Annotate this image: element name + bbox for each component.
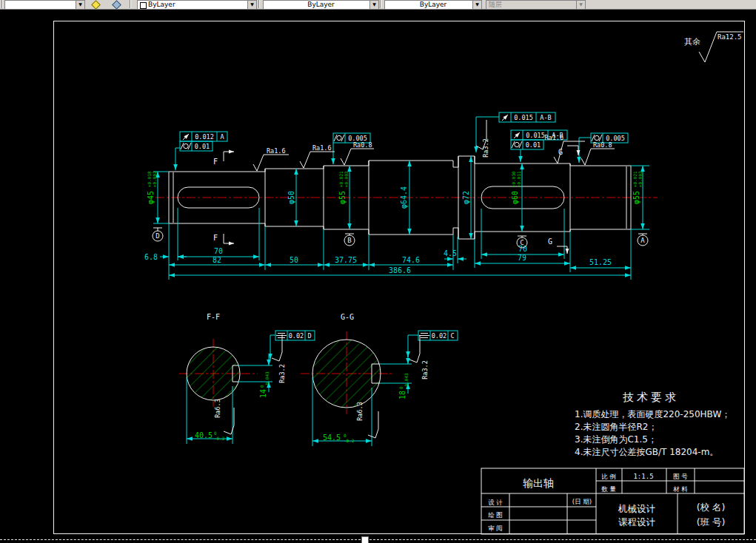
runout-icon [183, 134, 189, 140]
fcf-f7-ref: C [450, 332, 454, 340]
dim-d50: φ50 [287, 191, 295, 204]
quantity-label: 数 量 [601, 485, 616, 493]
autocad-window: ▼ ByLayer ▼ ByLayer ▼ ByLayer ▼ 随层 ▼ [0, 0, 756, 543]
class-number: (班 号) [697, 516, 726, 527]
dim-d64: φ64.4 [400, 186, 408, 209]
tech-line-2: 2.未注圆角半径R2； [575, 422, 657, 432]
dim-d60-lo: +0.011 [516, 171, 521, 187]
course-line-1: 机械设计 [618, 503, 656, 514]
selection-marquee-line [0, 539, 756, 540]
section-mark-f-top: F [213, 158, 218, 166]
technical-requirements: 技术要求 1.调质处理，表面硬度220-250HBW； 2.未注圆角半径R2； … [575, 391, 730, 457]
cylindricity-icon [592, 135, 602, 141]
datum-a: A [640, 237, 645, 244]
dim-d55b-lo: +0.002 [638, 171, 643, 187]
scale-label: 比 例 [601, 473, 616, 480]
part-name: 输出轴 [523, 477, 554, 489]
symmetry-icon [276, 334, 287, 338]
ff-key-dim: 14 [259, 389, 267, 398]
fcf-f1-ref: A [220, 133, 224, 141]
roughness-icon [272, 334, 282, 361]
roughness-r1: Ra1.6 [267, 147, 286, 155]
gg-title: G-G [341, 313, 354, 321]
drawing-canvas: 其余 Ra12.5 [0, 0, 756, 543]
design-label: 设 计 [488, 499, 503, 506]
gg-key-dim: 18 [398, 391, 407, 399]
gg-roughness-bottom: Ra6.3 [356, 402, 364, 421]
dim-d55b-hi: +0.021 [632, 171, 638, 187]
dim-82: 82 [213, 256, 221, 264]
cylindricity-icon [334, 135, 344, 141]
fcf-f1-val: 0.012 [195, 133, 214, 141]
gg-section-circle [312, 340, 381, 408]
fcf-f3-ref: A-B [540, 114, 551, 121]
general-roughness-prefix: 其余 [684, 37, 700, 47]
gg-width-lo: -0.2 [344, 438, 355, 443]
feature-control-frames: 0.012 A 0.01 0.005 0.015 A-B 0.015 A-B 0… [180, 112, 628, 340]
figure-number-label: 图 号 [673, 473, 688, 480]
dim-50: 50 [290, 256, 298, 264]
section-mark-g-bottom: G [548, 237, 552, 246]
ff-section-circle [187, 347, 240, 400]
runout-icon [514, 132, 520, 138]
dim-d60: φ60 [511, 191, 519, 204]
dim-d55a: φ55 [338, 191, 347, 204]
roughness-icon [581, 149, 615, 165]
fcf-f7-val: 0.02 [432, 332, 446, 340]
course-line-2: 课程设计 [618, 516, 656, 527]
general-roughness-note: 其余 Ra12.5 [684, 32, 743, 62]
symmetry-icon [419, 334, 429, 338]
roughness-r2: Ra1.6 [312, 144, 332, 152]
fcf-f4b-val: 0.01 [526, 141, 541, 149]
roughness-icon [368, 411, 378, 438]
ff-roughness-side: Ra3.2 [278, 364, 286, 383]
dimension-texts: φ50 φ64.4 φ72 6.8 70 70 4.5 82 50 37.75 … [144, 186, 612, 274]
roughness-r3: Ra0.8 [353, 141, 372, 149]
runout-icon [502, 115, 508, 121]
draw-label: 绘 图 [488, 511, 503, 519]
tech-title: 技术要求 [623, 391, 679, 404]
dim-d55a-hi: +0.021 [338, 171, 344, 187]
title-block: 输出轴 比 例 1:1.5 图 号 数 量 材 料 设 计 绘 图 审 阅 (日… [481, 468, 744, 534]
fcf-f3-val: 0.015 [514, 114, 533, 121]
roughness-r5: Ra1.6 [544, 134, 563, 141]
tech-line-3: 3.未注倒角为C1.5； [575, 434, 657, 445]
tech-line-1: 1.调质处理，表面硬度220-250HBW； [575, 409, 730, 419]
section-mark-f-bottom: F [213, 234, 218, 242]
ff-roughness-bottom: Ra6.3 [214, 399, 221, 418]
ff-width-dim: 40.5 [195, 431, 213, 439]
gg-key-lo: -0.043 [404, 373, 409, 389]
gg-width-hi: 0 [344, 433, 347, 438]
roughness-marks: Ra1.6 Ra1.6 Ra0.8 Ra3.2 Ra1.6 Ra0.8 Ra3.… [214, 120, 615, 438]
dim-d45: φ45 [147, 191, 155, 204]
material-label: 材 料 [672, 485, 688, 493]
dim-d60-hi: +0.030 [511, 171, 516, 187]
dim-d45-lo: +0.002 [152, 171, 157, 187]
fcf-f6-ref: D [307, 332, 311, 340]
ff-width-hi: 0 [214, 431, 217, 436]
review-label: 审 阅 [488, 525, 503, 532]
selection-grip[interactable] [361, 536, 369, 543]
dim-70a: 70 [214, 247, 223, 255]
dim-d55a-lo: +0.002 [344, 171, 349, 187]
gg-key-hi: 0 [398, 386, 404, 389]
dim-51-25: 51.25 [589, 258, 612, 266]
datum-symbols [153, 228, 648, 248]
gg-roughness-side: Ra3.2 [421, 360, 429, 380]
ff-width-lo: -0.2 [214, 436, 225, 441]
school-name: (校 名) [697, 502, 726, 513]
gg-width-dim: 54.5 [323, 434, 341, 442]
dim-4-5: 4.5 [444, 249, 457, 257]
dim-6-8: 6.8 [144, 253, 158, 261]
dim-37-75: 37.75 [335, 256, 357, 264]
fcf-f6-val: 0.02 [289, 332, 304, 340]
datum-c: C [520, 239, 523, 246]
cylindricity-icon [181, 143, 191, 149]
dim-79: 79 [518, 254, 526, 262]
dim-d55b: φ55 [632, 191, 640, 204]
tech-line-4: 4.未注尺寸公差按GB/T 18204-m。 [575, 447, 718, 457]
date-label: (日 期) [572, 498, 592, 505]
dim-74-6: 74.6 [402, 256, 420, 264]
general-roughness-value: Ra12.5 [717, 33, 742, 41]
scale-value: 1:1.5 [633, 473, 653, 480]
